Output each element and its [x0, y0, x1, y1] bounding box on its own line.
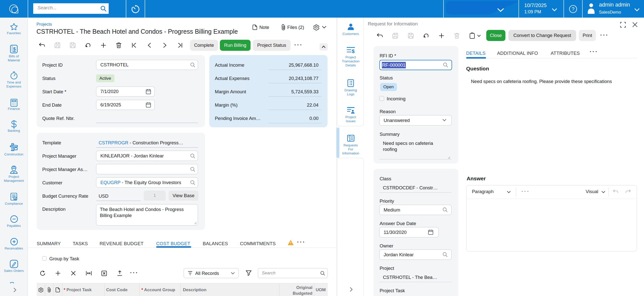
svg-text:$: $ — [352, 48, 355, 53]
svg-text:$: $ — [13, 46, 16, 52]
